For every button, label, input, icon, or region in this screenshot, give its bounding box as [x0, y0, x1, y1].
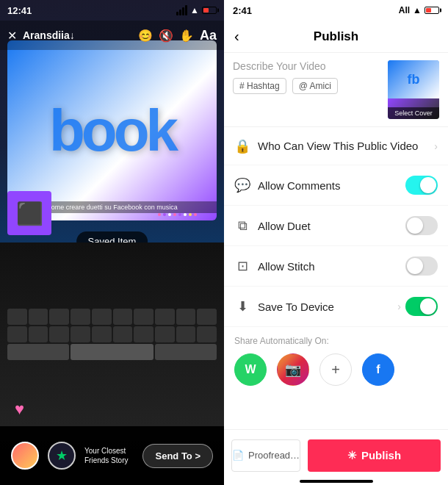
right-time: 2:41 — [233, 5, 252, 16]
facebook-logo: book — [49, 97, 175, 165]
sticker-icon[interactable]: ✋ — [179, 29, 194, 43]
right-battery-icon — [424, 7, 439, 14]
save-device-arrow: › — [397, 301, 401, 312]
page-title: Publish — [314, 29, 358, 44]
publish-label: Publish — [361, 449, 401, 461]
stitch-icon: ⊡ — [234, 258, 250, 274]
star-icon: ★ — [56, 448, 68, 464]
close-icon[interactable]: ✕ — [7, 29, 17, 43]
share-section: Share Automatically On: W 📷 + f — [224, 327, 448, 392]
whatsapp-share-button[interactable]: W — [234, 353, 267, 386]
who-can-view-label: Who Can View This Public Video — [258, 140, 430, 152]
allow-duet-label: Allow Duet — [258, 220, 405, 232]
channel-label: Aransdiia↓ — [23, 29, 75, 41]
share-icons-row: W 📷 + f — [234, 353, 438, 386]
describe-placeholder: Describe Your Video — [233, 60, 380, 72]
drafts-button[interactable]: 📄 Proofread… — [231, 439, 300, 472]
right-header: ‹ Publish — [224, 21, 448, 53]
user-avatar — [11, 442, 39, 470]
lock-icon: 🔒 — [234, 138, 250, 154]
who-can-view-item[interactable]: 🔒 Who Can View This Public Video › — [224, 127, 448, 165]
duet-icon: ⧉ — [234, 218, 250, 234]
facebook-share-button[interactable]: f — [362, 353, 394, 386]
allow-duet-toggle[interactable] — [405, 216, 438, 235]
friends-story-label: Your Closest Friends Story — [84, 446, 134, 465]
facebook-icon: f — [376, 363, 380, 376]
instagram-share-button[interactable]: 📷 — [277, 353, 309, 386]
allow-duet-item: ⧉ Allow Duet — [224, 206, 448, 246]
allow-comments-item: 💬 Allow Comments — [224, 165, 448, 206]
mute-icon[interactable]: 🔇 — [159, 29, 173, 43]
content-area: Describe Your Video # Hashtag @ Amici fb… — [224, 53, 448, 429]
plus-icon: + — [331, 362, 340, 378]
top-bar-icons: ✕ Aransdiia↓ 😊 🔇 ✋ Aa — [0, 21, 224, 50]
allow-comments-toggle[interactable] — [405, 176, 438, 195]
right-status-bar: 2:41 All ▲ — [224, 0, 448, 21]
left-status-bar: 12:41 ▲ — [0, 0, 224, 21]
hashtag-row: # Hashtag @ Amici — [233, 78, 380, 94]
keyboard-area — [0, 242, 224, 426]
allow-stitch-item: ⊡ Allow Stitch — [224, 246, 448, 287]
back-button[interactable]: ‹ — [234, 28, 239, 45]
comment-icon: 💬 — [234, 177, 250, 193]
story-avatar: ★ — [48, 442, 76, 470]
save-to-device-label: Save To Device — [258, 301, 393, 313]
cover-label: Select Cover — [388, 107, 439, 119]
describe-input-area[interactable]: Describe Your Video # Hashtag @ Amici — [233, 60, 380, 119]
allow-stitch-toggle[interactable] — [405, 256, 438, 276]
save-to-device-item[interactable]: ⬇ Save To Device › — [224, 287, 448, 327]
amici-pill[interactable]: @ Amici — [292, 78, 338, 94]
whatsapp-icon: W — [245, 363, 256, 376]
allow-stitch-label: Allow Stitch — [258, 260, 405, 273]
right-panel: 2:41 All ▲ ‹ Publish Describe Your Video… — [224, 0, 448, 485]
publish-button[interactable]: ✳ Publish — [308, 439, 441, 472]
wifi-icon: ▲ — [190, 5, 199, 15]
left-time: 12:41 — [7, 5, 32, 16]
signal-icon — [176, 5, 187, 15]
settings-list: 🔒 Who Can View This Public Video › 💬 All… — [224, 127, 448, 327]
emoji-icon[interactable]: 😊 — [138, 29, 153, 43]
publish-icon: ✳ — [347, 449, 357, 462]
twitch-icon: ⬛ — [16, 201, 43, 226]
hashtag-pill[interactable]: # Hashtag — [233, 78, 286, 94]
instagram-icon: 📷 — [285, 362, 301, 378]
confetti-decoration — [158, 213, 202, 216]
cover-thumbnail[interactable]: fb Select Cover — [388, 60, 439, 119]
save-to-device-toggle[interactable] — [405, 297, 438, 316]
who-can-view-arrow: › — [434, 140, 438, 152]
describe-section: Describe Your Video # Hashtag @ Amici fb… — [224, 53, 448, 127]
heart-decoration: ♥ — [15, 400, 24, 419]
send-to-button[interactable]: Send To > — [142, 444, 213, 468]
download-icon: ⬇ — [234, 298, 250, 315]
drafts-label: Proofread… — [248, 450, 300, 461]
allow-comments-label: Allow Comments — [258, 179, 405, 192]
home-indicator-right — [224, 481, 448, 485]
bottom-bar: ★ Your Closest Friends Story Send To > — [0, 426, 224, 485]
right-wifi-icon: ▲ — [413, 5, 422, 15]
right-network: All — [399, 5, 410, 15]
share-label: Share Automatically On: — [234, 336, 438, 346]
drafts-icon: 📄 — [232, 450, 244, 461]
twitch-box: ⬛ — [7, 191, 51, 235]
left-panel: 12:41 ▲ ✕ Aransdiia↓ 😊 🔇 ✋ Aa book Come … — [0, 0, 224, 485]
battery-icon — [202, 7, 217, 14]
add-platform-button[interactable]: + — [319, 353, 352, 386]
bottom-action-bar: 📄 Proofread… ✳ Publish — [224, 429, 448, 481]
text-icon[interactable]: Aa — [200, 28, 217, 43]
